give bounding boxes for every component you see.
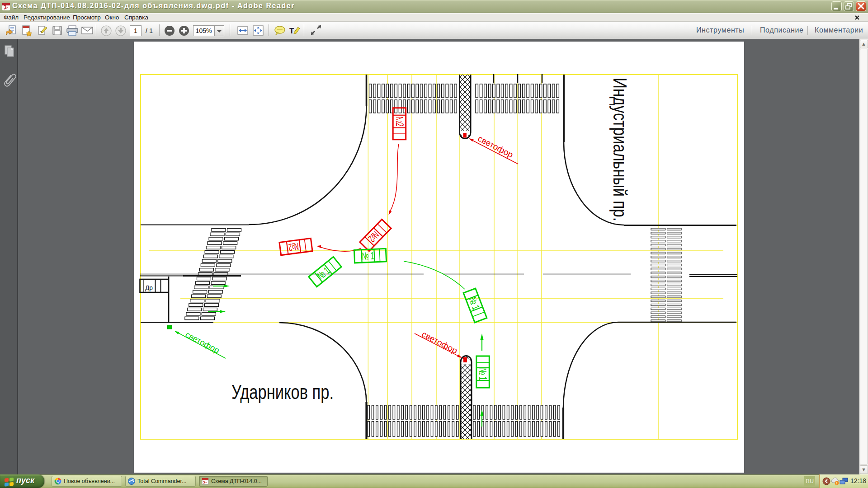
svg-text:№ 1: № 1 (362, 250, 374, 262)
svg-text:№ 1: № 1 (477, 368, 489, 380)
svg-text:Индустриальный пр.: Индустриальный пр. (609, 78, 631, 221)
svg-text:№2: №2 (288, 240, 299, 253)
svg-text:светофор: светофор (476, 133, 515, 160)
svg-text:Ударников пр.: Ударников пр. (231, 381, 334, 403)
svg-text:Др: Др (145, 284, 153, 291)
svg-text:№ 1: № 1 (315, 265, 331, 282)
svg-text:№2: №2 (394, 117, 406, 127)
svg-text:№2: №2 (366, 229, 382, 244)
svg-text:!: ! (836, 481, 837, 485)
svg-text:светофор: светофор (184, 329, 221, 355)
svg-text:T: T (289, 27, 294, 35)
svg-text:светофор: светофор (420, 329, 459, 355)
